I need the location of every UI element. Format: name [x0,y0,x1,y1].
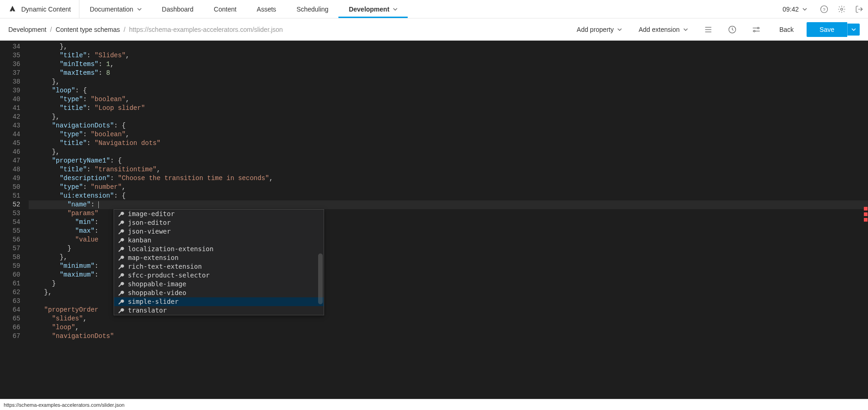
autocomplete-label: image-editor [128,210,175,218]
autocomplete-label: rich-text-extension [128,262,202,271]
autocomplete-item[interactable]: image-editor [114,210,324,218]
nav-item-assets[interactable]: Assets [247,0,286,18]
line-number: 40 [0,95,20,104]
save-split-button[interactable] [847,24,860,36]
nav-item-label: Development [349,6,389,13]
autocomplete-label: simple-slider [128,297,179,306]
save-button[interactable]: Save [807,22,847,37]
code-line[interactable]: "title": "Slides", [29,51,868,60]
overview-ruler [862,41,868,399]
line-number: 42 [0,113,20,121]
editor-toolbar: Development / Content type schemas / htt… [0,18,868,41]
autocomplete-item[interactable]: simple-slider [114,297,324,306]
code-line[interactable]: "type": "boolean", [29,95,868,104]
code-line[interactable]: "title": "transitiontime", [29,165,868,174]
add-extension-label: Add extension [639,26,680,33]
code-line[interactable]: }, [29,42,868,51]
line-number: 63 [0,297,20,306]
nav-item-label: Content [214,6,236,13]
line-number: 47 [0,157,20,165]
code-line[interactable]: "minItems": 1, [29,60,868,69]
error-marker[interactable] [864,207,868,211]
settings-icon[interactable] [838,5,846,13]
autocomplete-item[interactable]: shoppable-image [114,280,324,289]
save-button-group: Save [807,22,860,37]
settings-toggle-icon[interactable] [752,25,761,34]
code-line[interactable]: "loop", [29,323,868,332]
breadcrumb-sep: / [50,26,52,33]
code-line[interactable]: "navigationDots": { [29,121,868,130]
autocomplete-item[interactable]: sfcc-product-selector [114,271,324,280]
code-line[interactable]: "type": "number", [29,183,868,192]
line-number: 36 [0,60,20,69]
add-property-button[interactable]: Add property [570,26,628,33]
autocomplete-item[interactable]: rich-text-extension [114,262,324,271]
autocomplete-label: translator [128,306,167,315]
line-number: 38 [0,78,20,86]
autocomplete-item[interactable]: json-viewer [114,227,324,236]
autocomplete-item[interactable]: json-editor [114,218,324,227]
line-number: 53 [0,209,20,218]
status-file-path: https://schema-examples-accelerators.com… [4,402,125,408]
nav-item-development[interactable]: Development [338,0,408,18]
error-marker[interactable] [864,218,868,222]
line-number: 49 [0,174,20,183]
autocomplete-item[interactable]: map-extension [114,253,324,262]
autocomplete-label: sfcc-product-selector [128,271,210,280]
nav-item-content[interactable]: Content [204,0,247,18]
code-line[interactable]: "slides", [29,314,868,323]
clock-chevron-icon[interactable] [802,7,807,12]
autocomplete-item[interactable]: localization-extension [114,245,324,253]
line-number: 60 [0,271,20,279]
code-line[interactable]: }, [29,148,868,157]
autocomplete-scrollbar[interactable] [318,253,323,304]
code-line[interactable]: "propertyName1": { [29,157,868,165]
line-number: 54 [0,218,20,227]
line-number: 56 [0,235,20,244]
wrench-icon [118,281,124,288]
code-line[interactable]: "navigationDots" [29,332,868,341]
line-number: 67 [0,332,20,341]
code-line[interactable]: "title": "Navigation dots" [29,139,868,148]
nav-item-scheduling[interactable]: Scheduling [286,0,338,18]
nav-item-label: Scheduling [296,6,328,13]
autocomplete-label: kanban [128,236,151,245]
outline-view-icon[interactable] [704,25,713,34]
history-icon[interactable] [728,25,737,34]
code-line[interactable]: }, [29,78,868,86]
error-marker[interactable] [864,212,868,216]
autocomplete-item[interactable]: kanban [114,236,324,245]
breadcrumb-item[interactable]: Content type schemas [55,26,120,33]
line-number: 48 [0,165,20,174]
brand-block[interactable]: Dynamic Content [0,0,79,18]
autocomplete-item[interactable]: shoppable-video [114,289,324,297]
chevron-down-icon [617,27,622,32]
nav-item-documentation[interactable]: Documentation [79,0,151,18]
autocomplete-item[interactable]: translator [114,306,324,315]
add-extension-button[interactable]: Add extension [632,26,694,33]
code-line[interactable]: }, [29,113,868,121]
help-icon[interactable]: ? [820,5,828,13]
breadcrumb-item[interactable]: Development [8,26,47,33]
code-line[interactable]: "maxItems": 8 [29,69,868,78]
autocomplete-label: shoppable-video [128,289,186,297]
code-line[interactable]: "title": "Loop slider" [29,104,868,113]
logout-icon[interactable] [855,5,863,13]
code-line[interactable]: "type": "boolean", [29,130,868,139]
code-line[interactable]: "description": "Choose the transition ti… [29,174,868,183]
code-editor[interactable]: 3435363738394041424344454647484950515253… [0,41,868,399]
svg-point-4 [757,27,759,29]
nav-item-label: Documentation [90,6,133,13]
line-number: 62 [0,288,20,297]
code-line[interactable]: "name": [29,200,868,209]
main-nav: DocumentationDashboardContentAssetsSched… [79,0,408,18]
nav-item-label: Assets [257,6,276,13]
line-number: 50 [0,183,20,192]
breadcrumb-url: https://schema-examples-accelerators.com… [129,26,283,33]
code-line[interactable]: "ui:extension": { [29,192,868,200]
chevron-down-icon [137,7,142,12]
back-button[interactable]: Back [770,26,803,33]
wrench-icon [118,246,124,253]
code-line[interactable]: "loop": { [29,86,868,95]
nav-item-dashboard[interactable]: Dashboard [152,0,204,18]
